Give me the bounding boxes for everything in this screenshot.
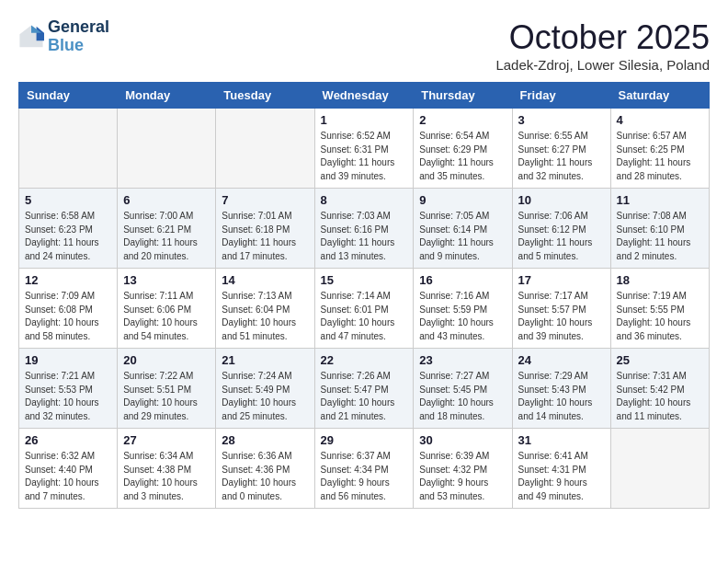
day-info: Sunrise: 7:14 AM Sunset: 6:01 PM Dayligh…: [321, 290, 408, 343]
table-row: 27Sunrise: 6:34 AM Sunset: 4:38 PM Dayli…: [118, 429, 216, 509]
table-row: 1Sunrise: 6:52 AM Sunset: 6:31 PM Daylig…: [314, 109, 414, 189]
day-number: 15: [321, 273, 408, 287]
table-row: 29Sunrise: 6:37 AM Sunset: 4:34 PM Dayli…: [314, 429, 414, 509]
table-row: 25Sunrise: 7:31 AM Sunset: 5:42 PM Dayli…: [610, 349, 709, 429]
calendar-week-row: 26Sunrise: 6:32 AM Sunset: 4:40 PM Dayli…: [19, 429, 710, 509]
day-number: 24: [518, 353, 605, 367]
table-row: [610, 429, 709, 509]
table-row: [216, 109, 314, 189]
day-number: 9: [419, 193, 506, 207]
table-row: 22Sunrise: 7:26 AM Sunset: 5:47 PM Dayli…: [314, 349, 414, 429]
table-row: 13Sunrise: 7:11 AM Sunset: 6:06 PM Dayli…: [118, 269, 216, 349]
day-number: 4: [617, 113, 703, 127]
svg-marker-3: [31, 25, 41, 32]
day-number: 25: [617, 353, 703, 367]
calendar-body: 1Sunrise: 6:52 AM Sunset: 6:31 PM Daylig…: [19, 109, 710, 509]
day-number: 8: [321, 193, 408, 207]
title-block: October 2025 Ladek-Zdroj, Lower Silesia,…: [495, 18, 710, 73]
day-info: Sunrise: 6:34 AM Sunset: 4:38 PM Dayligh…: [123, 450, 210, 503]
day-number: 30: [419, 433, 506, 447]
day-number: 29: [321, 433, 408, 447]
logo-text: General Blue: [48, 18, 109, 55]
day-info: Sunrise: 7:19 AM Sunset: 5:55 PM Dayligh…: [617, 290, 703, 343]
day-info: Sunrise: 7:29 AM Sunset: 5:43 PM Dayligh…: [518, 370, 605, 423]
table-row: 5Sunrise: 6:58 AM Sunset: 6:23 PM Daylig…: [19, 189, 118, 269]
day-number: 28: [222, 433, 308, 447]
day-number: 23: [419, 353, 506, 367]
table-row: 15Sunrise: 7:14 AM Sunset: 6:01 PM Dayli…: [314, 269, 414, 349]
day-number: 2: [419, 113, 506, 127]
day-info: Sunrise: 6:57 AM Sunset: 6:25 PM Dayligh…: [617, 130, 703, 183]
table-row: 19Sunrise: 7:21 AM Sunset: 5:53 PM Dayli…: [19, 349, 118, 429]
header-friday: Friday: [512, 83, 610, 109]
day-number: 12: [25, 273, 111, 287]
day-info: Sunrise: 7:26 AM Sunset: 5:47 PM Dayligh…: [321, 370, 408, 423]
day-info: Sunrise: 6:39 AM Sunset: 4:32 PM Dayligh…: [419, 450, 506, 503]
day-number: 1: [321, 113, 408, 127]
day-number: 21: [222, 353, 308, 367]
day-number: 20: [123, 353, 210, 367]
header-wednesday: Wednesday: [314, 83, 414, 109]
logo-icon: [18, 24, 44, 50]
header: General Blue October 2025 Ladek-Zdroj, L…: [18, 18, 710, 73]
table-row: 6Sunrise: 7:00 AM Sunset: 6:21 PM Daylig…: [118, 189, 216, 269]
table-row: 8Sunrise: 7:03 AM Sunset: 6:16 PM Daylig…: [314, 189, 414, 269]
logo: General Blue: [18, 18, 109, 55]
day-number: 10: [518, 193, 605, 207]
day-info: Sunrise: 7:21 AM Sunset: 5:53 PM Dayligh…: [25, 370, 111, 423]
table-row: 24Sunrise: 7:29 AM Sunset: 5:43 PM Dayli…: [512, 349, 610, 429]
day-number: 11: [617, 193, 703, 207]
table-row: 9Sunrise: 7:05 AM Sunset: 6:14 PM Daylig…: [414, 189, 512, 269]
logo-line1: General: [48, 18, 109, 37]
header-monday: Monday: [118, 83, 216, 109]
table-row: 2Sunrise: 6:54 AM Sunset: 6:29 PM Daylig…: [414, 109, 512, 189]
day-info: Sunrise: 7:11 AM Sunset: 6:06 PM Dayligh…: [123, 290, 210, 343]
day-number: 18: [617, 273, 703, 287]
table-row: 31Sunrise: 6:41 AM Sunset: 4:31 PM Dayli…: [512, 429, 610, 509]
day-info: Sunrise: 7:01 AM Sunset: 6:18 PM Dayligh…: [222, 210, 308, 263]
table-row: 16Sunrise: 7:16 AM Sunset: 5:59 PM Dayli…: [414, 269, 512, 349]
calendar: Sunday Monday Tuesday Wednesday Thursday…: [18, 82, 710, 509]
day-number: 5: [25, 193, 111, 207]
weekday-header-row: Sunday Monday Tuesday Wednesday Thursday…: [19, 83, 710, 109]
day-info: Sunrise: 7:27 AM Sunset: 5:45 PM Dayligh…: [419, 370, 506, 423]
table-row: 4Sunrise: 6:57 AM Sunset: 6:25 PM Daylig…: [610, 109, 709, 189]
calendar-week-row: 1Sunrise: 6:52 AM Sunset: 6:31 PM Daylig…: [19, 109, 710, 189]
day-number: 27: [123, 433, 210, 447]
day-info: Sunrise: 6:55 AM Sunset: 6:27 PM Dayligh…: [518, 130, 605, 183]
day-info: Sunrise: 7:00 AM Sunset: 6:21 PM Dayligh…: [123, 210, 210, 263]
day-number: 3: [518, 113, 605, 127]
day-number: 13: [123, 273, 210, 287]
day-info: Sunrise: 6:36 AM Sunset: 4:36 PM Dayligh…: [222, 450, 308, 503]
calendar-week-row: 19Sunrise: 7:21 AM Sunset: 5:53 PM Dayli…: [19, 349, 710, 429]
day-number: 14: [222, 273, 308, 287]
day-info: Sunrise: 6:52 AM Sunset: 6:31 PM Dayligh…: [321, 130, 408, 183]
day-info: Sunrise: 7:05 AM Sunset: 6:14 PM Dayligh…: [419, 210, 506, 263]
table-row: 12Sunrise: 7:09 AM Sunset: 6:08 PM Dayli…: [19, 269, 118, 349]
day-number: 22: [321, 353, 408, 367]
table-row: 28Sunrise: 6:36 AM Sunset: 4:36 PM Dayli…: [216, 429, 314, 509]
table-row: 3Sunrise: 6:55 AM Sunset: 6:27 PM Daylig…: [512, 109, 610, 189]
calendar-week-row: 12Sunrise: 7:09 AM Sunset: 6:08 PM Dayli…: [19, 269, 710, 349]
day-info: Sunrise: 7:16 AM Sunset: 5:59 PM Dayligh…: [419, 290, 506, 343]
table-row: 26Sunrise: 6:32 AM Sunset: 4:40 PM Dayli…: [19, 429, 118, 509]
day-info: Sunrise: 7:06 AM Sunset: 6:12 PM Dayligh…: [518, 210, 605, 263]
table-row: 18Sunrise: 7:19 AM Sunset: 5:55 PM Dayli…: [610, 269, 709, 349]
table-row: 7Sunrise: 7:01 AM Sunset: 6:18 PM Daylig…: [216, 189, 314, 269]
table-row: 23Sunrise: 7:27 AM Sunset: 5:45 PM Dayli…: [414, 349, 512, 429]
table-row: 14Sunrise: 7:13 AM Sunset: 6:04 PM Dayli…: [216, 269, 314, 349]
day-info: Sunrise: 7:03 AM Sunset: 6:16 PM Dayligh…: [321, 210, 408, 263]
table-row: [118, 109, 216, 189]
day-number: 7: [222, 193, 308, 207]
day-number: 16: [419, 273, 506, 287]
day-info: Sunrise: 6:41 AM Sunset: 4:31 PM Dayligh…: [518, 450, 605, 503]
calendar-week-row: 5Sunrise: 6:58 AM Sunset: 6:23 PM Daylig…: [19, 189, 710, 269]
table-row: 17Sunrise: 7:17 AM Sunset: 5:57 PM Dayli…: [512, 269, 610, 349]
table-row: [19, 109, 118, 189]
day-info: Sunrise: 7:08 AM Sunset: 6:10 PM Dayligh…: [617, 210, 703, 263]
page: General Blue October 2025 Ladek-Zdroj, L…: [0, 0, 728, 518]
table-row: 20Sunrise: 7:22 AM Sunset: 5:51 PM Dayli…: [118, 349, 216, 429]
day-info: Sunrise: 6:54 AM Sunset: 6:29 PM Dayligh…: [419, 130, 506, 183]
header-thursday: Thursday: [414, 83, 512, 109]
day-info: Sunrise: 7:13 AM Sunset: 6:04 PM Dayligh…: [222, 290, 308, 343]
